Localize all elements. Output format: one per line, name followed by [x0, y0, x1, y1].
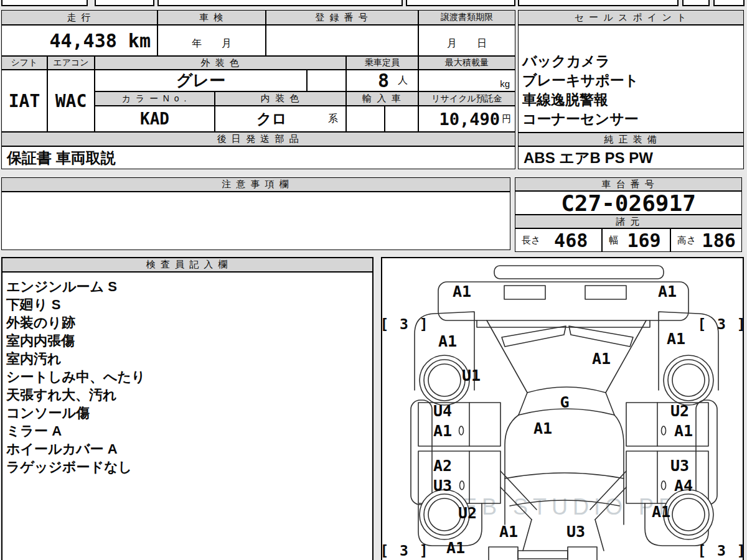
exterior-color-header: 外 装 色: [95, 56, 346, 70]
cutoff-row-cell: [95, 0, 154, 6]
damage-code-front-door-right: A1: [674, 422, 693, 440]
damage-code-front-bumper-right: A1: [658, 282, 677, 301]
height-value: 186: [702, 230, 736, 251]
height-cell: 高さ 186: [670, 228, 742, 252]
car-outline-tailgate-right: [595, 520, 604, 551]
exterior-color-empty-cell: [307, 70, 346, 91]
tire-tread-mark: [ 3 ]: [697, 316, 743, 332]
transfer-deadline-header: 譲渡書類期限: [418, 10, 515, 25]
interior-color-cell: クロ 系: [215, 106, 346, 132]
capacity-header: 乗車定員: [346, 56, 418, 70]
front-wheel-right: [664, 355, 713, 405]
inspector-item: ラゲッジボードなし: [6, 458, 372, 476]
interior-color-suffix: 系: [328, 113, 345, 126]
inspector-item: ホイールカバー A: [6, 440, 372, 458]
car-top-view-diagram: WEB STUDIO PRO: [382, 258, 743, 560]
dent-mark: [662, 481, 666, 490]
cutoff-row-cell: [406, 0, 515, 6]
auction-sheet: 走 行 車 検 登 録 番 号 譲渡書類期限 44,438 km 年 月 月 日…: [0, 0, 747, 560]
dent-mark: [459, 426, 464, 435]
damage-code-hood: A1: [592, 350, 611, 368]
sales-point-item: コーナーセンサー: [522, 110, 743, 129]
sales-point-item: 車線逸脱警報: [522, 90, 743, 110]
color-no-value: KAD: [95, 106, 215, 132]
damage-code-front-bumper-left: A1: [453, 282, 471, 301]
inspector-list: エンジンルーム S 下廻り S 外装のり跡 室内内張傷 室内汚れ シートしみ中、…: [1, 271, 374, 560]
maxload-header: 最大積載量: [418, 56, 515, 70]
interior-color-header: 内 装 色: [215, 91, 346, 106]
damage-code-rear-door-right-upper: U3: [670, 457, 689, 475]
car-outline-bumper-grille-right: [585, 286, 626, 299]
shift-value: IAT: [1, 70, 47, 132]
recycle-cell: 10,490 円: [418, 106, 515, 132]
damage-code-front-fender-right: A1: [667, 330, 685, 348]
sales-points-header: セ ー ル ス ポ イ ン ト: [518, 10, 744, 25]
car-outline-taillight-right: [568, 547, 597, 560]
dimensions-header: 諸 元: [515, 215, 742, 228]
import-empty-cell: [346, 106, 385, 132]
shaken-header: 車 検: [157, 10, 266, 25]
damage-code-tailgate-right: U3: [566, 523, 585, 541]
cutoff-row-cell: [518, 0, 679, 6]
tire-tread-mark: [ 3 ]: [697, 543, 743, 559]
car-diagram-panel: WEB STUDIO PRO: [381, 257, 744, 560]
later-parts-value: 保証書 車両取説: [1, 146, 515, 169]
damage-code-roof: A1: [533, 419, 552, 437]
width-cell: 幅 169: [602, 228, 670, 252]
car-outline-apillar-left: [519, 393, 527, 415]
aircon-value: WAC: [47, 70, 95, 132]
mileage-value: 44,438 km: [1, 25, 157, 56]
equipment-value: ABS エアB PS PW: [518, 146, 744, 169]
damage-code-tailgate-left: A1: [499, 523, 518, 541]
car-outline-rear-window-top: [505, 473, 624, 478]
rear-wheel-right: [664, 490, 713, 539]
cutoff-row-cell: [157, 0, 403, 6]
tire-tread-mark: [ 3 ]: [382, 543, 430, 559]
mileage-header: 走 行: [1, 10, 157, 25]
damage-code-cowl-left: U1: [462, 366, 481, 385]
damage-code-windshield: G: [560, 393, 569, 411]
length-label: 長さ: [522, 235, 540, 246]
sales-point-item: ブレーキサポート: [522, 71, 743, 90]
recycle-unit: 円: [502, 113, 511, 125]
sales-point-item: バックカメラ: [522, 52, 743, 71]
inspector-header: 検 査 員 記 入 欄: [1, 257, 374, 273]
inspector-item: コンソール傷: [6, 404, 372, 422]
inspector-item: 下廻り S: [6, 296, 372, 314]
tire-tread-mark: [ 3 ]: [382, 316, 430, 332]
car-outline-hood-right: [606, 320, 646, 393]
color-no-header: カ ラ ー N o .: [95, 91, 215, 106]
capacity-value: 8: [378, 70, 389, 91]
height-label: 高さ: [677, 235, 696, 246]
car-outline-rocker-left: [411, 400, 432, 505]
import-header: 輸 入 車: [346, 91, 418, 106]
transfer-deadline-value: 月 日: [418, 25, 515, 56]
damage-code-rear-door-left: U3: [433, 477, 452, 495]
width-label: 幅: [609, 235, 618, 246]
capacity-value-cell: 8 人: [346, 70, 418, 91]
inspector-item: エンジンルーム S: [6, 278, 372, 296]
width-value: 169: [627, 230, 660, 251]
import-empty-cell: [385, 106, 418, 132]
maxload-cell: kg: [418, 70, 515, 91]
damage-code-front-door-right-upper: U2: [670, 402, 689, 420]
cutoff-row-cell: [682, 0, 710, 6]
car-outline-rocker-right: [696, 400, 717, 505]
damage-code-rear-door-left-upper: A2: [433, 457, 452, 475]
later-parts-header: 後 日 発 送 部 品: [1, 132, 515, 146]
inspector-item: 天張すれ大、汚れ: [6, 386, 372, 404]
inspector-item: 室内内張傷: [6, 332, 372, 350]
damage-code-quarter-left-lower: A1: [446, 539, 465, 557]
damage-code-quarter-left: U2: [458, 504, 477, 522]
exterior-color-value: グレー: [95, 70, 307, 91]
maxload-unit: kg: [500, 78, 510, 89]
recycle-value: 10,490: [439, 110, 500, 129]
shaken-value: 年 月: [157, 25, 266, 56]
car-outline-apillar-right: [606, 393, 614, 415]
car-outline-bumper-grille-left: [504, 286, 545, 299]
equipment-header: 純 正 装 備: [518, 133, 744, 146]
damage-code-front-door-left-upper: U4: [433, 402, 452, 420]
cutoff-row-cell: [1, 0, 88, 6]
interior-color-value: クロ: [256, 109, 287, 129]
damage-code-quarter-right: A1: [652, 503, 670, 521]
